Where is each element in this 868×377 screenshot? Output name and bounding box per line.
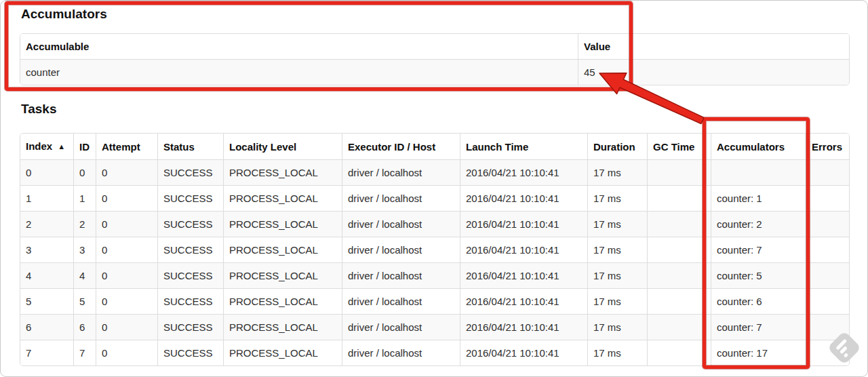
cell-status: SUCCESS — [157, 262, 223, 288]
cell-gc-time — [647, 237, 711, 262]
cell-gc-time — [647, 340, 711, 365]
column-header-label: Launch Time — [466, 141, 528, 153]
cell-id: 0 — [73, 159, 96, 185]
task-row: 000SUCCESSPROCESS_LOCALdriver / localhos… — [20, 159, 850, 185]
cell-index: 7 — [20, 340, 73, 365]
cell-launch-time: 2016/04/21 10:10:41 — [460, 237, 587, 262]
cell-launch-time: 2016/04/21 10:10:41 — [460, 262, 587, 288]
cell-attempt: 0 — [96, 211, 157, 237]
column-header-accumulators[interactable]: Accumulators — [711, 134, 806, 159]
cell-status: SUCCESS — [157, 340, 223, 365]
cell-locality-level: PROCESS_LOCAL — [223, 262, 342, 288]
column-header-duration[interactable]: Duration — [587, 134, 647, 159]
column-header-id[interactable]: ID — [73, 134, 96, 159]
cell-launch-time: 2016/04/21 10:10:41 — [460, 314, 587, 340]
column-header-label: Value — [584, 41, 610, 52]
task-row: 110SUCCESSPROCESS_LOCALdriver / localhos… — [20, 185, 850, 211]
tasks-section-title: Tasks — [21, 102, 56, 117]
cell-id: 2 — [73, 211, 96, 237]
cell-executor-id-host: driver / localhost — [342, 314, 460, 340]
task-row: 440SUCCESSPROCESS_LOCALdriver / localhos… — [20, 262, 850, 288]
column-header-label: Attempt — [102, 141, 140, 153]
cell-attempt: 0 — [96, 262, 157, 288]
cell-launch-time: 2016/04/21 10:10:41 — [460, 340, 587, 365]
column-header-label: Errors — [812, 141, 842, 153]
cell-errors — [806, 237, 850, 262]
cell-errors — [806, 288, 850, 314]
sort-ascending-icon: ▲ — [58, 142, 65, 151]
watermark-stripe — [844, 353, 849, 358]
cell-accumulators: counter: 7 — [711, 237, 806, 262]
cell-accumulators: counter: 17 — [711, 340, 806, 365]
column-header-label: Accumulable — [26, 41, 89, 52]
cell-executor-id-host: driver / localhost — [342, 288, 460, 314]
accumulators-table-body: counter45 — [20, 59, 850, 85]
column-header-executor-id-host[interactable]: Executor ID / Host — [342, 134, 460, 159]
cell-gc-time — [647, 159, 711, 185]
cell-duration: 17 ms — [587, 211, 647, 237]
column-header-index[interactable]: Index▲ — [20, 134, 73, 159]
cell-duration: 17 ms — [587, 340, 647, 365]
cell-attempt: 0 — [96, 288, 157, 314]
accumulators-header-row: AccumulableValue — [20, 34, 850, 59]
column-header-value[interactable]: Value — [578, 34, 850, 59]
column-header-label: Index — [26, 140, 52, 152]
cell-launch-time: 2016/04/21 10:10:41 — [460, 211, 587, 237]
cell-gc-time — [647, 288, 711, 314]
task-row: 550SUCCESSPROCESS_LOCALdriver / localhos… — [20, 288, 850, 314]
column-header-label: Duration — [593, 141, 635, 153]
task-row: 660SUCCESSPROCESS_LOCALdriver / localhos… — [20, 314, 850, 340]
tasks-header-row: Index▲IDAttemptStatusLocality LevelExecu… — [20, 134, 850, 159]
cell-launch-time: 2016/04/21 10:10:41 — [460, 159, 587, 185]
cell-id: 6 — [73, 314, 96, 340]
cell-index: 1 — [20, 185, 73, 211]
column-header-accumulable[interactable]: Accumulable — [20, 34, 578, 59]
column-header-attempt[interactable]: Attempt — [96, 134, 157, 159]
cell-executor-id-host: driver / localhost — [342, 340, 460, 365]
cell-attempt: 0 — [96, 340, 157, 365]
cell-duration: 17 ms — [587, 237, 647, 262]
cell-index: 0 — [20, 159, 73, 185]
cell-attempt: 0 — [96, 185, 157, 211]
cell-duration: 17 ms — [587, 288, 647, 314]
cell-duration: 17 ms — [587, 185, 647, 211]
column-header-label: ID — [79, 141, 90, 153]
cell-id: 3 — [73, 237, 96, 262]
accumulators-section-title: Accumulators — [21, 7, 107, 22]
column-header-gc-time[interactable]: GC Time — [647, 134, 711, 159]
task-row: 220SUCCESSPROCESS_LOCALdriver / localhos… — [20, 211, 850, 237]
column-header-label: Status — [163, 141, 195, 153]
cell-gc-time — [647, 185, 711, 211]
cell-index: 4 — [20, 262, 73, 288]
cell-id: 7 — [73, 340, 96, 365]
tasks-table-body: 000SUCCESSPROCESS_LOCALdriver / localhos… — [20, 159, 850, 365]
cell-errors — [806, 262, 850, 288]
column-header-launch-time[interactable]: Launch Time — [460, 134, 587, 159]
cell-locality-level: PROCESS_LOCAL — [223, 185, 342, 211]
task-row: 330SUCCESSPROCESS_LOCALdriver / localhos… — [20, 237, 850, 262]
cell-accumulable: counter — [20, 59, 578, 85]
column-header-locality-level[interactable]: Locality Level — [223, 134, 342, 159]
cell-locality-level: PROCESS_LOCAL — [223, 314, 342, 340]
cell-errors — [806, 185, 850, 211]
cell-accumulators: counter: 1 — [711, 185, 806, 211]
cell-duration: 17 ms — [587, 262, 647, 288]
column-header-errors[interactable]: Errors — [806, 134, 850, 159]
cell-index: 3 — [20, 237, 73, 262]
cell-executor-id-host: driver / localhost — [342, 185, 460, 211]
cell-attempt: 0 — [96, 314, 157, 340]
cell-attempt: 0 — [96, 237, 157, 262]
cell-status: SUCCESS — [157, 288, 223, 314]
cell-attempt: 0 — [96, 159, 157, 185]
cell-status: SUCCESS — [157, 237, 223, 262]
column-header-label: Executor ID / Host — [348, 141, 435, 153]
cell-launch-time: 2016/04/21 10:10:41 — [460, 185, 587, 211]
accumulator-row: counter45 — [20, 59, 850, 85]
cell-id: 1 — [73, 185, 96, 211]
cell-gc-time — [647, 262, 711, 288]
cell-errors — [806, 159, 850, 185]
column-header-status[interactable]: Status — [157, 134, 223, 159]
page-frame: Accumulators AccumulableValue counter45 … — [0, 0, 868, 377]
cell-locality-level: PROCESS_LOCAL — [223, 340, 342, 365]
tasks-table: Index▲IDAttemptStatusLocality LevelExecu… — [20, 133, 850, 366]
